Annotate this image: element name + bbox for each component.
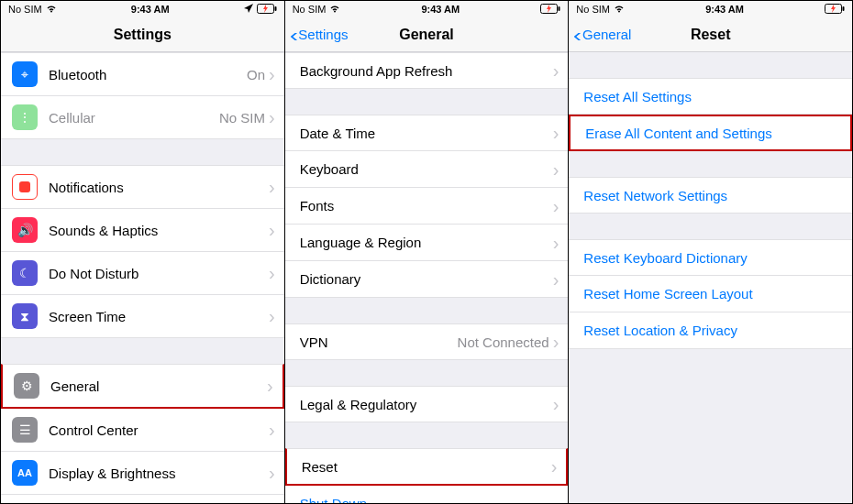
battery-icon <box>825 4 845 16</box>
row-keyboard[interactable]: Keyboard › <box>285 151 569 188</box>
row-reset-keyboard[interactable]: Reset Keyboard Dictionary <box>569 239 852 276</box>
row-label: Screen Time <box>49 309 269 324</box>
moon-icon: ☾ <box>12 260 38 286</box>
time-text: 9:43 AM <box>421 4 460 15</box>
row-label: Reset Home Screen Layout <box>583 286 843 301</box>
row-label: Reset Network Settings <box>583 188 843 203</box>
general-screen: No SIM 9:43 AM ‹ Settings General Backgr… <box>285 1 570 503</box>
row-cellular[interactable]: ⋮ Cellular No SIM › <box>1 96 284 139</box>
chevron-right-icon: › <box>553 160 559 179</box>
row-screentime[interactable]: ⧗ Screen Time › <box>1 295 284 338</box>
nav-bar: Settings <box>1 17 284 52</box>
row-label: Language & Region <box>300 235 553 250</box>
status-bar: No SIM 9:43 AM <box>1 1 284 17</box>
row-fonts[interactable]: Fonts › <box>285 188 569 225</box>
svg-rect-12 <box>843 6 845 11</box>
row-label: Reset <box>302 459 551 475</box>
reset-screen: No SIM 9:43 AM ‹ General Reset Reset All… <box>569 1 852 503</box>
row-dictionary[interactable]: Dictionary › <box>285 261 569 298</box>
notifications-icon <box>12 174 38 200</box>
chevron-right-icon: › <box>267 377 273 395</box>
chevron-right-icon: › <box>553 270 559 289</box>
back-label: Settings <box>298 27 348 42</box>
page-title: Settings <box>1 27 284 43</box>
chevron-left-icon: ‹ <box>573 26 582 44</box>
chevron-right-icon: › <box>269 178 275 196</box>
chevron-right-icon: › <box>553 197 559 215</box>
carrier-text: No SIM <box>576 4 610 15</box>
row-reset-network[interactable]: Reset Network Settings <box>569 177 852 214</box>
row-sounds[interactable]: 🔊 Sounds & Haptics › <box>1 209 284 252</box>
chevron-right-icon: › <box>553 333 559 351</box>
row-label: Reset Location & Privacy <box>583 323 843 338</box>
row-vpn[interactable]: VPN Not Connected › <box>285 323 569 360</box>
row-label: Control Center <box>49 422 269 438</box>
nav-bar: ‹ Settings General <box>285 17 569 52</box>
chevron-right-icon: › <box>553 124 559 142</box>
time-text: 9:43 AM <box>131 4 170 15</box>
row-reset-all[interactable]: Reset All Settings <box>569 78 852 115</box>
row-background-refresh[interactable]: Background App Refresh › <box>285 52 569 89</box>
row-bluetooth[interactable]: ⌖ Bluetooth On › <box>1 52 284 96</box>
wifi-icon <box>329 4 340 15</box>
row-dnd[interactable]: ☾ Do Not Disturb › <box>1 252 284 295</box>
row-label: Cellular <box>49 110 219 126</box>
wifi-icon <box>614 4 625 15</box>
location-icon <box>244 4 253 15</box>
chevron-right-icon: › <box>269 421 275 439</box>
row-detail: No SIM <box>219 110 265 126</box>
settings-screen: No SIM 9:43 AM Settings ⌖ <box>1 1 285 503</box>
row-label: VPN <box>300 334 458 350</box>
chevron-right-icon: › <box>269 307 275 325</box>
gear-icon: ⚙ <box>14 373 39 399</box>
battery-icon <box>540 4 560 16</box>
row-display[interactable]: AA Display & Brightness › <box>1 452 284 495</box>
row-shutdown[interactable]: Shut Down <box>285 486 569 503</box>
row-language[interactable]: Language & Region › <box>285 225 569 261</box>
svg-rect-2 <box>19 181 30 192</box>
row-reset-location[interactable]: Reset Location & Privacy <box>569 312 852 349</box>
svg-rect-1 <box>274 6 276 11</box>
chevron-right-icon: › <box>553 234 559 252</box>
nav-bar: ‹ General Reset <box>569 17 852 52</box>
back-label: General <box>582 27 631 42</box>
chevron-right-icon: › <box>269 65 275 83</box>
back-button[interactable]: ‹ Settings <box>285 26 349 44</box>
battery-icon <box>257 4 277 16</box>
row-label: Shut Down <box>300 496 559 503</box>
row-control-center[interactable]: ☰ Control Center › <box>1 409 284 452</box>
row-label: Keyboard <box>300 161 553 177</box>
row-label: Bluetooth <box>49 67 247 82</box>
row-reset-home[interactable]: Reset Home Screen Layout <box>569 276 852 312</box>
row-label: Erase All Content and Settings <box>585 126 841 141</box>
row-erase-all[interactable]: Erase All Content and Settings <box>569 115 852 151</box>
sounds-icon: 🔊 <box>12 217 38 243</box>
display-icon: AA <box>12 460 38 486</box>
row-label: Legal & Regulatory <box>300 397 553 412</box>
chevron-right-icon: › <box>269 108 275 126</box>
status-bar: No SIM 9:43 AM <box>569 1 852 17</box>
row-label: Do Not Disturb <box>49 266 269 281</box>
svg-rect-10 <box>559 6 560 11</box>
row-date-time[interactable]: Date & Time › <box>285 115 569 151</box>
row-notifications[interactable]: Notifications › <box>1 165 284 209</box>
row-detail: On <box>247 67 265 82</box>
row-reset[interactable]: Reset › <box>285 448 569 486</box>
chevron-right-icon: › <box>553 61 559 80</box>
chevron-left-icon: ‹ <box>289 26 297 44</box>
row-label: Notifications <box>49 180 269 195</box>
back-button[interactable]: ‹ General <box>569 26 631 44</box>
hourglass-icon: ⧗ <box>12 303 38 329</box>
row-label: Reset Keyboard Dictionary <box>583 250 843 266</box>
row-label: Fonts <box>300 198 553 214</box>
row-home-screen[interactable]: Home Screen › <box>1 495 284 503</box>
cellular-icon: ⋮ <box>12 104 38 130</box>
row-label: Display & Brightness <box>49 466 269 481</box>
wifi-icon <box>46 4 57 15</box>
time-text: 9:43 AM <box>705 4 744 15</box>
row-general[interactable]: ⚙ General › <box>1 364 284 409</box>
row-label: Date & Time <box>300 126 553 141</box>
row-legal[interactable]: Legal & Regulatory › <box>285 386 569 422</box>
chevron-right-icon: › <box>269 264 275 282</box>
row-detail: Not Connected <box>458 334 549 350</box>
